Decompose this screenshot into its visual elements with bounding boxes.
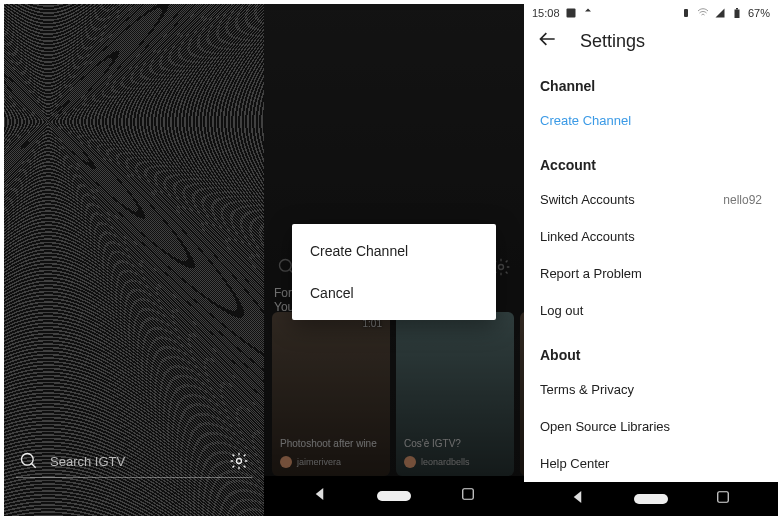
- svg-rect-9: [734, 10, 739, 19]
- help-center-row[interactable]: Help Center: [524, 445, 778, 482]
- nav-home-icon[interactable]: [377, 491, 411, 501]
- back-arrow-icon[interactable]: [538, 29, 558, 53]
- create-channel-link[interactable]: Create Channel: [524, 102, 778, 139]
- section-channel: Channel: [524, 60, 778, 102]
- screen-search: Search IGTV: [4, 4, 264, 516]
- svg-rect-6: [462, 489, 473, 500]
- screen-settings: 15:08 67% Settings Channel Create Channe…: [524, 4, 778, 516]
- nav-home-icon[interactable]: [634, 494, 668, 504]
- vibrate-icon: [680, 7, 692, 19]
- current-account-value: nello92: [723, 193, 762, 207]
- battery-percent: 67%: [748, 7, 770, 19]
- section-account: Account: [524, 139, 778, 181]
- signal-icon: [714, 7, 726, 19]
- status-bar: 15:08 67%: [524, 4, 778, 23]
- svg-rect-8: [684, 9, 688, 17]
- search-icon[interactable]: [18, 450, 40, 472]
- svg-line-1: [32, 464, 36, 468]
- search-input[interactable]: Search IGTV: [50, 454, 218, 469]
- nav-recent-icon[interactable]: [459, 485, 477, 507]
- wifi-icon: [697, 7, 709, 19]
- upload-icon: [582, 7, 594, 19]
- report-problem-row[interactable]: Report a Problem: [524, 255, 778, 292]
- status-time: 15:08: [532, 7, 560, 19]
- switch-accounts-row[interactable]: Switch Accounts nello92: [524, 181, 778, 218]
- android-navbar: [264, 476, 524, 516]
- android-navbar: [524, 482, 778, 516]
- svg-point-0: [22, 454, 34, 466]
- linked-accounts-row[interactable]: Linked Accounts: [524, 218, 778, 255]
- screen-browse: For You Following Popular Continue Watch…: [264, 4, 524, 516]
- nav-back-icon[interactable]: [312, 485, 330, 507]
- dialog-cancel[interactable]: Cancel: [292, 272, 496, 314]
- terms-privacy-row[interactable]: Terms & Privacy: [524, 371, 778, 408]
- log-out-row[interactable]: Log out: [524, 292, 778, 329]
- open-source-row[interactable]: Open Source Libraries: [524, 408, 778, 445]
- svg-rect-7: [566, 9, 575, 18]
- svg-point-2: [237, 459, 242, 464]
- settings-header: Settings: [524, 23, 778, 60]
- page-title: Settings: [580, 31, 645, 52]
- action-dialog: Create Channel Cancel: [292, 224, 496, 320]
- settings-gear-icon[interactable]: [228, 450, 250, 472]
- image-icon: [565, 7, 577, 19]
- static-noise-bg: [4, 4, 264, 516]
- battery-icon: [731, 7, 743, 19]
- dialog-create-channel[interactable]: Create Channel: [292, 230, 496, 272]
- section-about: About: [524, 329, 778, 371]
- svg-rect-11: [718, 492, 729, 503]
- svg-rect-10: [736, 8, 738, 10]
- nav-recent-icon[interactable]: [714, 488, 732, 510]
- nav-back-icon[interactable]: [570, 488, 588, 510]
